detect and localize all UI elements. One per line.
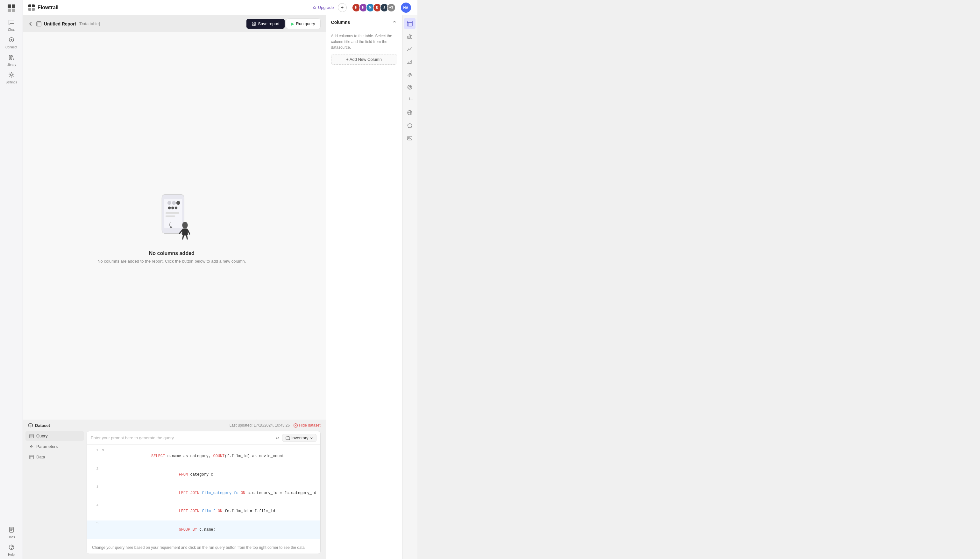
report-tag: [Data table]: [79, 22, 100, 26]
play-icon: ▶: [291, 22, 294, 26]
query-toolbar-actions: ↵ Inventory: [276, 434, 316, 442]
view-donut-button[interactable]: [404, 81, 415, 93]
view-area-chart-button[interactable]: [404, 56, 415, 68]
svg-rect-43: [411, 35, 412, 38]
view-scatter-button[interactable]: [404, 69, 415, 80]
connect-icon: [8, 36, 15, 45]
right-icon-bar: [402, 15, 417, 559]
save-icon: [251, 22, 256, 26]
collapse-panel-button[interactable]: [392, 19, 397, 25]
sidebar-item-settings[interactable]: Settings: [2, 69, 21, 87]
table-icon: [36, 22, 41, 26]
empty-state: No columns added No columns are added to…: [85, 32, 259, 420]
query-hint: Change your query here based on your req…: [87, 541, 320, 554]
svg-rect-13: [32, 8, 35, 11]
dataset-nav-query-label: Query: [36, 433, 48, 438]
enter-icon[interactable]: ↵: [276, 435, 279, 441]
back-button[interactable]: [28, 22, 33, 26]
svg-rect-14: [36, 22, 41, 26]
view-table-button[interactable]: [404, 18, 415, 29]
svg-point-46: [411, 74, 412, 76]
dataset-last-updated: Last updated: 17/10/2024, 10:43:26: [230, 423, 290, 428]
empty-title: No columns added: [149, 251, 195, 256]
hide-dataset-button[interactable]: Hide dataset: [294, 423, 320, 428]
view-image-button[interactable]: [404, 132, 415, 144]
dataset-nav: Query Parameters Data: [23, 431, 87, 554]
svg-point-35: [29, 424, 33, 425]
query-prompt[interactable]: Enter your prompt here to generate the q…: [91, 435, 276, 440]
view-pentagon-button[interactable]: [404, 120, 415, 131]
dataset-title-label: Dataset: [35, 423, 50, 428]
add-column-button[interactable]: + Add New Column: [331, 54, 397, 64]
svg-rect-17: [253, 24, 255, 25]
dataset-nav-data[interactable]: Data: [25, 452, 84, 462]
svg-rect-38: [30, 455, 33, 459]
view-globe-button[interactable]: [404, 107, 415, 118]
workspace: Untitled Report [Data table] Save report: [23, 15, 417, 559]
svg-point-9: [9, 545, 14, 550]
main-wrapper: Flowtrail Upgrade + H H M B J +3 HA: [23, 0, 417, 559]
columns-panel-header: Columns: [326, 15, 402, 29]
app-logo: Flowtrail: [28, 4, 59, 11]
save-report-label: Save report: [258, 22, 279, 26]
sidebar-label-docs: Docs: [8, 536, 15, 539]
empty-subtitle: No columns are added to the report. Clic…: [98, 259, 246, 264]
dataset-nav-data-label: Data: [36, 455, 45, 459]
code-editor: 1 v SELECT c.name as category, COUNT(f.f…: [87, 445, 320, 541]
dataset-title-group: Dataset: [28, 423, 50, 428]
view-bar-chart-button[interactable]: [404, 31, 415, 42]
svg-rect-3: [12, 8, 15, 12]
bar-chart-icon: [407, 33, 413, 39]
columns-panel-title: Columns: [331, 20, 350, 25]
query-editor: Enter your prompt here to generate the q…: [87, 431, 321, 554]
donut-icon: [407, 84, 413, 90]
close-circle-icon: [294, 423, 298, 428]
dataset-nav-parameters-label: Parameters: [36, 444, 58, 449]
svg-point-7: [10, 74, 12, 76]
svg-rect-40: [407, 21, 412, 26]
svg-point-47: [409, 75, 410, 76]
dataset-section: Dataset Last updated: 17/10/2024, 10:43:…: [23, 420, 326, 559]
sidebar-label-library: Library: [7, 63, 16, 66]
image-icon: [407, 135, 413, 141]
sidebar-item-chat[interactable]: Chat: [2, 17, 21, 34]
run-query-button[interactable]: ▶ Run query: [286, 19, 320, 29]
sidebar-item-help[interactable]: Help: [2, 541, 21, 559]
code-line-4: 4 LEFT JOIN film f ON fc.film_id = f.fil…: [87, 502, 320, 521]
sidebar-label-help: Help: [8, 553, 15, 556]
add-button[interactable]: +: [338, 3, 347, 12]
svg-rect-2: [8, 8, 11, 12]
svg-line-34: [187, 236, 188, 239]
view-line-chart-button[interactable]: [404, 43, 415, 55]
dataset-meta: Last updated: 17/10/2024, 10:43:26 Hide …: [230, 423, 321, 428]
svg-point-25: [175, 207, 178, 210]
inventory-button[interactable]: Inventory: [282, 434, 316, 442]
avatar-more[interactable]: +3: [387, 3, 396, 12]
sidebar-item-connect[interactable]: Connect: [2, 34, 21, 51]
user-avatar[interactable]: HA: [401, 3, 411, 13]
docs-icon: [8, 526, 15, 534]
dataset-nav-parameters[interactable]: Parameters: [25, 442, 84, 452]
pie-icon: [407, 97, 413, 103]
back-icon: [28, 22, 33, 26]
svg-rect-5: [9, 55, 10, 60]
view-pie-button[interactable]: [404, 94, 415, 106]
save-report-button[interactable]: Save report: [246, 19, 284, 29]
sidebar-label-chat: Chat: [8, 28, 15, 31]
upgrade-button[interactable]: Upgrade: [312, 5, 334, 10]
sidebar-logo: [0, 0, 23, 17]
parameters-nav-icon: [29, 445, 34, 449]
dataset-icon: [28, 423, 33, 428]
dataset-nav-query[interactable]: Query: [25, 431, 84, 441]
settings-icon: [8, 72, 15, 79]
svg-line-33: [183, 236, 183, 239]
svg-rect-42: [409, 35, 410, 38]
chevron-up-icon: [392, 19, 397, 24]
report-title: Untitled Report: [44, 22, 76, 26]
sidebar-item-library[interactable]: Library: [2, 51, 21, 69]
sidebar-label-connect: Connect: [5, 46, 17, 49]
run-query-label: Run query: [296, 22, 315, 26]
sidebar-item-docs[interactable]: Docs: [2, 524, 21, 541]
data-nav-icon: [29, 455, 34, 459]
svg-rect-1: [12, 5, 15, 8]
